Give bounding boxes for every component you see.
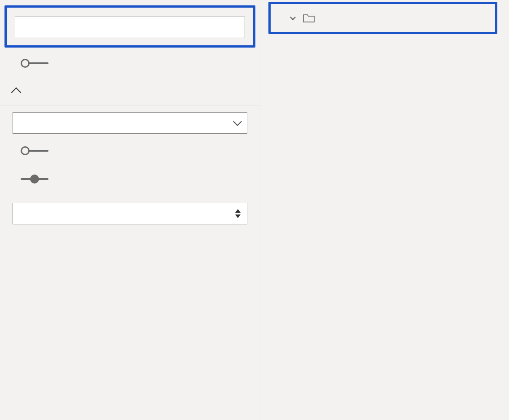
is-hidden-toggle[interactable] (21, 59, 48, 68)
percentage-format-toggle[interactable] (21, 146, 48, 155)
properties-panel (0, 0, 260, 420)
folder-highlight (268, 2, 497, 34)
thousands-separator-toggle[interactable] (21, 175, 48, 184)
decimal-places-spinner[interactable] (13, 203, 247, 224)
display-folder-highlight (4, 5, 255, 48)
spinner-down-icon[interactable] (235, 214, 241, 218)
tree-folder[interactable] (271, 7, 495, 29)
chevron-up-icon (11, 88, 22, 98)
folder-icon (303, 13, 315, 22)
format-dropdown[interactable] (13, 112, 247, 134)
formatting-section-header[interactable] (0, 76, 260, 105)
spinner-up-icon[interactable] (235, 209, 241, 213)
chevron-down-icon (290, 14, 296, 20)
fields-panel (260, 0, 509, 420)
chevron-down-icon (233, 117, 242, 126)
display-folder-input[interactable] (15, 17, 245, 38)
